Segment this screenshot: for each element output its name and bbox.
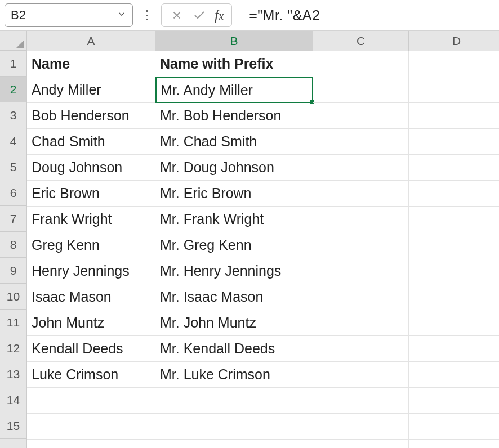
row-head-14[interactable]: 14 — [0, 387, 27, 413]
cell-B8[interactable]: Mr. Greg Kenn — [155, 232, 313, 258]
cell-A13[interactable]: Luke Crimson — [27, 362, 155, 388]
check-icon[interactable] — [190, 6, 209, 25]
cell-C6[interactable] — [313, 181, 409, 207]
row-head-6[interactable]: 6 — [0, 180, 27, 206]
cell-C13[interactable] — [313, 362, 409, 388]
table-row: Kendall DeedsMr. Kendall Deeds — [27, 336, 499, 362]
cell-B11[interactable]: Mr. John Muntz — [155, 310, 313, 336]
cell-B7[interactable]: Mr. Frank Wright — [155, 207, 313, 232]
table-row: Chad SmithMr. Chad Smith — [27, 129, 499, 155]
cell-A6[interactable]: Eric Brown — [27, 181, 155, 207]
cell-C11[interactable] — [313, 310, 409, 336]
row-head-4[interactable]: 4 — [0, 128, 27, 154]
row-head-16[interactable]: 16 — [0, 439, 27, 448]
more-icon[interactable]: ⋮ — [137, 8, 157, 23]
cell-A4[interactable]: Chad Smith — [27, 129, 155, 155]
cell-B10[interactable]: Mr. Isaac Mason — [155, 284, 313, 310]
cell-D1[interactable] — [409, 51, 499, 77]
cell-C14[interactable] — [313, 388, 409, 414]
cell-D5[interactable] — [409, 155, 499, 181]
cell-B15[interactable] — [155, 414, 313, 440]
cell-C9[interactable] — [313, 258, 409, 284]
row-head-1[interactable]: 1 — [0, 51, 27, 77]
col-head-C[interactable]: C — [313, 31, 409, 51]
col-head-A[interactable]: A — [27, 31, 155, 51]
cell-A11[interactable]: John Muntz — [27, 310, 155, 336]
cell-D12[interactable] — [409, 336, 499, 362]
row-head-7[interactable]: 7 — [0, 206, 27, 232]
cell-B1[interactable]: Name with Prefix — [155, 51, 313, 77]
table-row: Eric BrownMr. Eric Brown — [27, 181, 499, 207]
cell-A8[interactable]: Greg Kenn — [27, 232, 155, 258]
cell-A7[interactable]: Frank Wright — [27, 207, 155, 232]
row-head-15[interactable]: 15 — [0, 413, 27, 439]
cell-C5[interactable] — [313, 155, 409, 181]
cancel-icon[interactable] — [167, 6, 186, 25]
cell-B2[interactable]: Mr. Andy Miller — [155, 77, 313, 103]
cells-area: NameName with PrefixAndy MillerMr. Andy … — [27, 51, 499, 448]
cell-D8[interactable] — [409, 232, 499, 258]
cell-C1[interactable] — [313, 51, 409, 77]
cell-A2[interactable]: Andy Miller — [27, 77, 155, 103]
cell-C10[interactable] — [313, 284, 409, 310]
name-box[interactable]: B2 — [5, 3, 133, 27]
cell-B5[interactable]: Mr. Doug Johnson — [155, 155, 313, 181]
row-head-8[interactable]: 8 — [0, 232, 27, 258]
cell-D9[interactable] — [409, 258, 499, 284]
formula-input[interactable]: ="Mr. "&A2 — [237, 7, 320, 24]
row-head-3[interactable]: 3 — [0, 102, 27, 128]
fx-icon[interactable]: fx — [212, 7, 226, 24]
cell-C4[interactable] — [313, 129, 409, 155]
cell-A9[interactable]: Henry Jennings — [27, 258, 155, 284]
col-head-D[interactable]: D — [409, 31, 499, 51]
table-row: Greg KennMr. Greg Kenn — [27, 232, 499, 258]
cell-D4[interactable] — [409, 129, 499, 155]
cell-B16[interactable] — [155, 440, 313, 448]
row-head-2[interactable]: 2 — [0, 77, 27, 102]
table-row: Isaac MasonMr. Isaac Mason — [27, 284, 499, 310]
cell-C7[interactable] — [313, 207, 409, 232]
cell-D11[interactable] — [409, 310, 499, 336]
row-head-12[interactable]: 12 — [0, 335, 27, 361]
table-row: Luke CrimsonMr. Luke Crimson — [27, 362, 499, 388]
cell-C8[interactable] — [313, 232, 409, 258]
cell-C12[interactable] — [313, 336, 409, 362]
row-head-13[interactable]: 13 — [0, 361, 27, 387]
cell-D16[interactable] — [409, 440, 499, 448]
select-all-corner[interactable] — [0, 31, 27, 51]
row-head-10[interactable]: 10 — [0, 284, 27, 310]
cell-D6[interactable] — [409, 181, 499, 207]
cell-B12[interactable]: Mr. Kendall Deeds — [155, 336, 313, 362]
cell-B9[interactable]: Mr. Henry Jennings — [155, 258, 313, 284]
formula-bar: B2 ⋮ fx ="Mr. "&A2 — [0, 0, 499, 30]
row-head-11[interactable]: 11 — [0, 310, 27, 335]
cell-A14[interactable] — [27, 388, 155, 414]
cell-D10[interactable] — [409, 284, 499, 310]
cell-C16[interactable] — [313, 440, 409, 448]
cell-C15[interactable] — [313, 414, 409, 440]
cell-B13[interactable]: Mr. Luke Crimson — [155, 362, 313, 388]
cell-D3[interactable] — [409, 103, 499, 129]
cell-A5[interactable]: Doug Johnson — [27, 155, 155, 181]
cell-A15[interactable] — [27, 414, 155, 440]
col-head-B[interactable]: B — [155, 31, 313, 51]
cell-A16[interactable] — [27, 440, 155, 448]
cell-D2[interactable] — [409, 77, 499, 103]
cell-D13[interactable] — [409, 362, 499, 388]
cell-D7[interactable] — [409, 207, 499, 232]
cell-C3[interactable] — [313, 103, 409, 129]
cell-D14[interactable] — [409, 388, 499, 414]
cell-B3[interactable]: Mr. Bob Henderson — [155, 103, 313, 129]
cell-B6[interactable]: Mr. Eric Brown — [155, 181, 313, 207]
cell-B4[interactable]: Mr. Chad Smith — [155, 129, 313, 155]
cell-A12[interactable]: Kendall Deeds — [27, 336, 155, 362]
cell-B14[interactable] — [155, 388, 313, 414]
row-head-9[interactable]: 9 — [0, 258, 27, 284]
cell-A1[interactable]: Name — [27, 51, 155, 77]
cell-A3[interactable]: Bob Henderson — [27, 103, 155, 129]
cell-A10[interactable]: Isaac Mason — [27, 284, 155, 310]
chevron-down-icon[interactable] — [117, 9, 127, 21]
cell-C2[interactable] — [313, 77, 409, 103]
row-head-5[interactable]: 5 — [0, 154, 27, 180]
cell-D15[interactable] — [409, 414, 499, 440]
